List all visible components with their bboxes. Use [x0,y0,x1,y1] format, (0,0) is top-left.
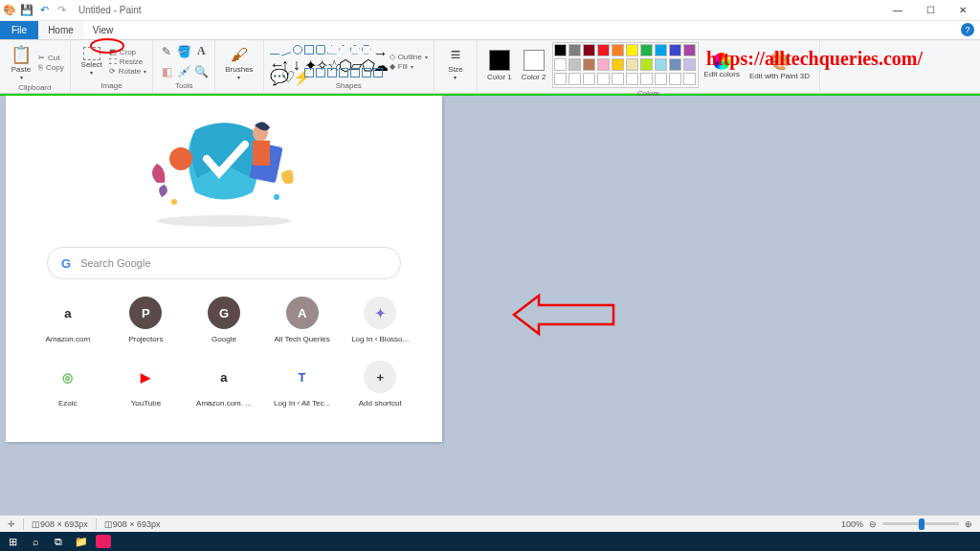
color-swatch[interactable] [612,73,624,85]
picker-tool[interactable]: 💉 [176,64,191,79]
paste-button[interactable]: 📋Paste▾ [6,42,36,82]
svg-point-6 [274,194,279,200]
google-logo-icon: G [61,256,71,271]
select-button[interactable]: Select▾ [77,45,107,77]
color-swatch[interactable] [583,73,595,85]
shortcut-tile[interactable]: +Add shortcut [341,361,419,408]
save-icon[interactable]: 💾 [19,3,34,18]
zoom-in-button[interactable]: ⊕ [965,519,972,529]
color-swatch[interactable] [669,44,681,56]
tile-label: Log In ‹ Blosso... [351,335,409,343]
search-input[interactable]: G Search Google [47,247,401,279]
file-tab[interactable]: File [0,21,38,39]
color-swatch[interactable] [568,73,581,85]
zoom-level: 100% [841,519,863,529]
color-swatch[interactable] [554,73,567,85]
rotate-button[interactable]: ⟳Rotate ▾ [109,67,147,76]
minimize-button[interactable]: ― [890,5,905,15]
explorer-taskbar-icon[interactable]: 📁 [73,534,90,549]
color-swatch[interactable] [612,44,624,56]
color-swatch[interactable] [683,44,696,56]
svg-rect-4 [253,141,270,165]
redo-icon[interactable]: ↷ [54,3,69,18]
color-swatch[interactable] [583,44,595,56]
color-swatch[interactable] [655,73,667,85]
shape-outline-button[interactable]: ◇Outline ▾ [390,53,428,61]
tile-icon: a [208,361,240,393]
home-tab[interactable]: Home [38,21,83,39]
color-swatch[interactable] [640,44,653,56]
canvas-size: 908 × 693px [113,519,161,529]
tile-icon: G [208,297,240,329]
crop-button[interactable]: ◩Crop [109,48,147,56]
resize-button[interactable]: ⛶Resize [109,57,147,66]
shapes-gallery[interactable]: → ←↑↓✦✧☆⬡▱⬠☁ 💬♡⚡ [270,45,384,78]
color-swatch[interactable] [655,58,667,71]
color-swatch[interactable] [612,58,624,71]
zoom-tool[interactable]: 🔍 [193,64,209,79]
copy-button[interactable]: ⎘Copy [38,63,64,72]
color-swatch[interactable] [597,44,610,56]
shortcut-tile[interactable]: aAmazon.com. ... [185,361,263,408]
close-button[interactable]: ✕ [955,5,970,15]
canvas-workspace[interactable]: G Search Google aAmazon.comPProjectorsGG… [0,96,980,518]
shortcut-tile[interactable]: ✦Log In ‹ Blosso... [341,297,419,343]
color-swatch[interactable] [597,73,610,85]
fill-tool[interactable]: 🪣 [176,44,191,59]
color-swatch[interactable] [554,44,567,56]
windows-taskbar[interactable]: ⊞ ⌕ ⧉ 📁 [0,532,980,551]
shortcut-tile[interactable]: PProjectors [107,297,186,343]
start-button[interactable]: ⊞ [4,534,21,549]
undo-icon[interactable]: ↶ [36,3,52,18]
shapes-group-label: Shapes [336,80,362,91]
shortcut-tile[interactable]: GGoogle [185,297,263,343]
text-tool[interactable]: A [193,44,209,59]
color2-button[interactable]: Color 2 [518,48,550,83]
tile-label: Ezoic [58,399,78,408]
color-swatch[interactable] [626,58,638,71]
cut-button[interactable]: ✂Cut [38,54,64,62]
zoom-out-button[interactable]: ⊖ [869,519,877,529]
search-taskbar-icon[interactable]: ⌕ [27,534,44,549]
color-swatch[interactable] [568,58,581,71]
tile-icon: ✦ [364,297,396,329]
shortcut-tile[interactable]: ▶YouTube [107,361,186,408]
color1-button[interactable]: Color 1 [483,48,516,83]
shortcut-tile[interactable]: TLog In ‹ All Tec... [263,361,342,408]
cursor-pos-icon: ✛ [8,519,15,529]
help-icon[interactable]: ? [961,23,974,36]
size-button[interactable]: ≡Size▾ [440,42,471,82]
svg-point-5 [171,199,177,205]
shape-fill-button[interactable]: ◆Fill ▾ [390,62,428,71]
eraser-tool[interactable]: ◧ [159,64,174,79]
app-taskbar-icon[interactable] [96,535,111,548]
paint-app-icon: 🎨 [2,3,17,18]
color-swatch[interactable] [568,44,581,56]
color-swatch[interactable] [597,58,610,71]
color-swatch[interactable] [554,58,567,71]
shortcut-tile[interactable]: aAmazon.com [29,297,107,343]
view-tab[interactable]: View [83,21,123,39]
maximize-button[interactable]: ☐ [923,5,938,15]
shortcut-tile[interactable]: ◎Ezoic [29,361,107,408]
color-swatch[interactable] [669,73,681,85]
color-swatch[interactable] [626,44,638,56]
color-swatch[interactable] [640,58,653,71]
zoom-slider[interactable] [882,522,959,525]
color-swatch[interactable] [669,58,681,71]
watermark-url: https://alltechqueries.com/ [706,48,923,70]
shortcut-tile[interactable]: AAll Tech Queries [263,297,342,343]
color-swatch[interactable] [683,58,696,71]
brushes-button[interactable]: 🖌Brushes▾ [221,42,256,82]
pencil-tool[interactable]: ✎ [159,44,174,59]
color-swatch[interactable] [583,58,595,71]
color-swatch[interactable] [683,73,696,85]
image-canvas[interactable]: G Search Google aAmazon.comPProjectorsGG… [6,96,442,442]
annotation-arrow [510,292,615,340]
tile-icon: ▶ [129,361,162,393]
color-palette[interactable] [552,42,699,88]
color-swatch[interactable] [655,44,667,56]
color-swatch[interactable] [626,73,638,85]
color-swatch[interactable] [640,73,653,85]
task-view-icon[interactable]: ⧉ [50,534,67,549]
